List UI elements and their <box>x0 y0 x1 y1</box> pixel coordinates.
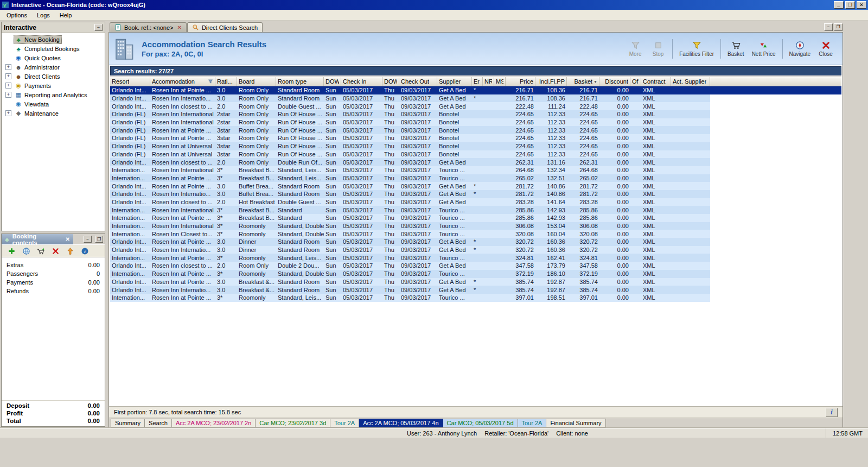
bottom-tab-car-mco-23-02-2017-3d[interactable]: Car MCO; 23/02/2017 3d <box>256 419 330 427</box>
table-row[interactable]: Orlando (FL)Rosen Inn at Pointe ...3star… <box>110 134 841 142</box>
sidebar-item-reporting-and-analytics[interactable]: +▦Reporting and Analytics <box>2 90 105 99</box>
sidebar-item-completed-bookings[interactable]: ♣Completed Bookings <box>2 44 105 53</box>
bottom-tab-search[interactable]: Search <box>145 419 172 427</box>
column-header-contract[interactable]: Contract <box>641 77 671 86</box>
bottom-tab-tour-2a[interactable]: Tour 2A <box>330 419 359 427</box>
booking-contents-caption[interactable]: ♣ Booking contents ✕ <box>2 234 73 244</box>
column-header-price[interactable]: Price <box>506 77 535 86</box>
table-row[interactable]: Orlando (FL)Rosen Inn at Universal3starR… <box>110 142 841 150</box>
table-row[interactable]: Internation...Rosen Inn International3*B… <box>110 206 841 214</box>
column-header-accommodation[interactable]: Accommodation <box>150 77 215 86</box>
column-header-dow[interactable]: DOW <box>382 77 399 86</box>
table-row[interactable]: Orlando (FL)Rosen Inn International2star… <box>110 118 841 127</box>
table-row[interactable]: Orlando Int...Rosen Inn closest to ...2.… <box>110 102 841 110</box>
table-row[interactable]: Orlando (FL)Rosen Inn International2star… <box>110 110 841 118</box>
column-header-room-type[interactable]: Room type <box>276 77 324 86</box>
basket-add-icon[interactable] <box>36 246 46 256</box>
table-row[interactable]: Orlando Int...Rosen Inn at Pointe ...3.0… <box>110 238 841 246</box>
column-header-ms[interactable]: MS <box>494 77 506 86</box>
menu-options[interactable]: Options <box>2 11 31 20</box>
column-header-check-out[interactable]: Check Out <box>399 77 437 86</box>
list-item-passengers[interactable]: Passengers0 <box>2 269 105 278</box>
close-tab-icon[interactable]: ✕ <box>177 24 182 30</box>
navigate-button[interactable]: Navigate <box>786 39 814 59</box>
table-row[interactable]: Internation...Rosen Inn at Pointe ...3*B… <box>110 174 841 182</box>
sidebar-item-quick-quotes[interactable]: ◉Quick Quotes <box>2 53 105 62</box>
info-icon[interactable]: i <box>826 408 838 417</box>
add-icon[interactable] <box>7 246 16 256</box>
column-header-check-in[interactable]: Check In <box>341 77 382 86</box>
column-header-incl-fl-pp[interactable]: Incl.Fl.PP <box>535 77 567 86</box>
expander-icon[interactable]: + <box>5 110 11 116</box>
info-circle-icon[interactable]: i <box>80 246 90 256</box>
facilities-filter-button[interactable]: Facilities Filter <box>675 39 718 59</box>
nett-price-button[interactable]: Nett Price <box>748 39 780 59</box>
tab-book-ref[interactable]: Book. ref.: <none> ✕ <box>110 22 187 32</box>
restore-icon[interactable]: ❐ <box>834 23 843 31</box>
table-row[interactable]: Internation...Rosen Inn at Pointe ...3*R… <box>110 294 841 302</box>
column-header-rati[interactable]: Rati... <box>215 77 237 86</box>
column-header-of[interactable]: Of <box>630 77 641 86</box>
column-header-supplier[interactable]: Supplier <box>437 77 472 86</box>
column-header-nr[interactable]: NR <box>483 77 494 86</box>
table-row[interactable]: Orlando Int...Rosen Inn at Pointe ...3.0… <box>110 278 841 286</box>
sidebar-item-viewdata[interactable]: ◉Viewdata <box>2 99 105 109</box>
column-header-basket[interactable]: Basket▼ <box>567 77 599 86</box>
table-row[interactable]: Internation...Rosen Inn International3*R… <box>110 222 841 230</box>
table-row[interactable]: Internation...Rosen Inn International3*B… <box>110 166 841 174</box>
bottom-tab-acc-2a-mco-05-03-2017-4n[interactable]: Acc 2A MCO; 05/03/2017 4n <box>359 419 443 427</box>
sidebar-item-direct-clients[interactable]: +☻Direct Clients <box>2 72 105 81</box>
filter-funnel-icon[interactable] <box>208 79 213 84</box>
bottom-tab-financial-summary[interactable]: Financial Summary <box>546 419 605 427</box>
column-header-act-supplier[interactable]: Act. Supplier <box>671 77 710 86</box>
close-icon[interactable]: ✕ <box>857 1 866 9</box>
table-row[interactable]: Internation...Rosen Inn at Pointe ...3*R… <box>110 270 841 278</box>
tab-direct-clients-search[interactable]: Direct Clients Search <box>187 22 263 32</box>
column-header-resort[interactable]: Resort <box>110 77 150 86</box>
close-button[interactable]: Close <box>814 39 837 59</box>
column-header-dow[interactable]: DOW <box>324 77 341 86</box>
menu-help[interactable]: Help <box>55 11 76 20</box>
sidebar-item-maintenance[interactable]: +◆Maintenance <box>2 109 105 118</box>
expander-icon[interactable]: + <box>5 64 11 70</box>
panel-collapse-icon[interactable]: − <box>94 24 103 31</box>
table-row[interactable]: Orlando Int...Rosen Inn closest to ...2.… <box>110 198 841 206</box>
delete-icon[interactable] <box>50 246 60 256</box>
table-row[interactable]: Orlando Int...Rosen Inn Internatio...3.0… <box>110 94 841 103</box>
table-row[interactable]: Internation...Rosen Inn at Pointe ...3*B… <box>110 214 841 222</box>
expander-icon[interactable]: + <box>5 83 11 89</box>
close-icon[interactable]: ✕ <box>65 236 71 242</box>
list-item-refunds[interactable]: Refunds0.00 <box>2 287 105 295</box>
sidebar-item-payments[interactable]: +◉Payments <box>2 81 105 90</box>
minimize-icon[interactable]: _ <box>834 1 844 9</box>
move-up-icon[interactable] <box>65 246 75 256</box>
table-row[interactable]: Orlando Int...Rosen Inn Internatio...3.0… <box>110 286 841 294</box>
list-item-extras[interactable]: Extras0.00 <box>2 261 105 269</box>
expander-icon[interactable]: + <box>5 92 11 98</box>
restore-icon[interactable]: ❐ <box>845 1 855 9</box>
bottom-tab-summary[interactable]: Summary <box>111 419 145 427</box>
table-row[interactable]: Orlando (FL)Rosen Inn at Pointe ...3star… <box>110 126 841 134</box>
table-row[interactable]: Internation...Rosen Inn Closest to...3*R… <box>110 230 841 238</box>
bottom-tab-tour-2a[interactable]: Tour 2A <box>518 419 547 427</box>
column-header-er[interactable]: Er <box>472 77 483 86</box>
table-row[interactable]: Orlando (FL)Rosen Inn at Universal3starR… <box>110 150 841 159</box>
minimize-icon[interactable]: − <box>824 23 833 31</box>
table-row[interactable]: Orlando Int...Rosen Inn Internatio...3.0… <box>110 190 841 198</box>
minimize-icon[interactable]: − <box>84 236 92 243</box>
world-icon[interactable] <box>21 246 31 256</box>
table-row[interactable]: Orlando Int...Rosen Inn closest to ...2.… <box>110 262 841 270</box>
table-row[interactable]: Orlando Int...Rosen Inn closest to ...2.… <box>110 158 841 166</box>
restore-icon[interactable]: ❐ <box>95 236 103 243</box>
sidebar-item-administrator[interactable]: +☻Administrator <box>2 62 105 72</box>
menu-logs[interactable]: Logs <box>33 11 54 20</box>
list-item-payments[interactable]: Payments0.00 <box>2 278 105 287</box>
basket-button[interactable]: Basket <box>724 39 748 59</box>
column-header-board[interactable]: Board <box>237 77 276 86</box>
table-row[interactable]: Orlando Int...Rosen Inn at Pointe ...3.0… <box>110 86 841 94</box>
expander-icon[interactable]: + <box>5 73 11 79</box>
bottom-tab-acc-2a-mco-23-02-2017-2n[interactable]: Acc 2A MCO; 23/02/2017 2n <box>172 419 256 427</box>
sidebar-item-new-booking[interactable]: ♣New Booking <box>2 35 105 44</box>
column-header-discount[interactable]: Discount <box>599 77 630 86</box>
table-row[interactable]: Orlando Int...Rosen Inn at Pointe ...3.0… <box>110 182 841 190</box>
